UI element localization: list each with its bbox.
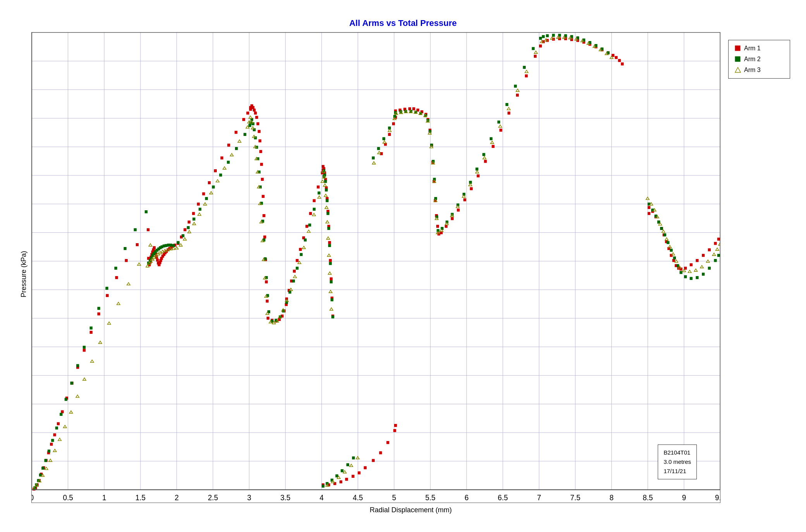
svg-rect-142 — [255, 116, 258, 119]
svg-text:9.5: 9.5 — [715, 493, 720, 502]
svg-text:3.5: 3.5 — [280, 493, 290, 502]
svg-text:9: 9 — [682, 493, 686, 502]
svg-rect-147 — [260, 163, 263, 166]
svg-marker-476 — [198, 213, 201, 216]
svg-rect-357 — [325, 189, 328, 192]
svg-marker-489 — [254, 145, 257, 148]
arm1-data — [33, 37, 720, 491]
svg-marker-454 — [117, 302, 120, 305]
chart-container: All Arms vs Total Pressure Pressure (kPa… — [16, 14, 790, 518]
svg-rect-141 — [254, 112, 257, 115]
svg-rect-234 — [516, 94, 519, 97]
svg-rect-400 — [482, 153, 485, 156]
svg-rect-155 — [267, 317, 269, 320]
svg-rect-309 — [167, 244, 170, 247]
svg-rect-312 — [177, 241, 179, 244]
plot-svg: 0 0.5 1 1.5 2 2.5 3 3.5 4 4.5 5 5.5 6 6.… — [32, 33, 720, 503]
svg-marker-452 — [99, 341, 102, 344]
svg-marker-519 — [326, 221, 329, 223]
svg-rect-405 — [523, 66, 526, 69]
legend-box: Arm 1 Arm 2 Arm 3 — [728, 40, 790, 79]
svg-text:0: 0 — [32, 493, 34, 502]
svg-rect-404 — [514, 85, 517, 88]
svg-rect-349 — [304, 239, 307, 242]
svg-rect-366 — [322, 485, 324, 488]
svg-rect-346 — [292, 280, 295, 283]
svg-rect-236 — [534, 55, 537, 58]
svg-rect-233 — [508, 112, 510, 115]
svg-marker-446 — [58, 438, 61, 441]
svg-rect-399 — [475, 168, 478, 171]
svg-rect-293 — [114, 267, 117, 270]
svg-rect-356 — [324, 180, 327, 183]
chart-title: All Arms vs Total Pressure — [16, 14, 790, 28]
svg-rect-287 — [70, 382, 73, 385]
svg-marker-523 — [329, 290, 332, 293]
svg-rect-410 — [552, 34, 555, 37]
svg-rect-286 — [65, 398, 67, 401]
svg-rect-401 — [490, 137, 492, 140]
svg-text:1.5: 1.5 — [135, 493, 146, 502]
svg-rect-317 — [205, 197, 208, 200]
svg-marker-520 — [326, 237, 329, 240]
svg-rect-199 — [393, 429, 396, 432]
svg-rect-225 — [451, 217, 453, 220]
svg-rect-185 — [330, 277, 333, 280]
svg-marker-596 — [719, 243, 720, 245]
arm3-legend-icon — [735, 67, 741, 73]
svg-rect-87 — [90, 331, 93, 334]
svg-rect-106 — [156, 259, 159, 262]
svg-rect-145 — [259, 139, 261, 142]
svg-marker-530 — [356, 456, 359, 459]
svg-marker-586 — [671, 252, 674, 255]
svg-marker-531 — [372, 161, 376, 164]
svg-rect-310 — [170, 244, 172, 247]
svg-text:4: 4 — [320, 493, 324, 502]
svg-rect-92 — [136, 243, 139, 246]
svg-marker-507 — [293, 275, 297, 278]
svg-rect-375 — [382, 137, 385, 140]
svg-marker-451 — [91, 360, 94, 362]
arm2-legend-icon — [735, 56, 741, 62]
svg-marker-456 — [137, 263, 141, 266]
svg-rect-270 — [696, 259, 698, 262]
svg-rect-132 — [235, 131, 237, 134]
svg-text:5.5: 5.5 — [425, 493, 436, 502]
svg-rect-158 — [278, 318, 281, 321]
svg-rect-204 — [392, 122, 395, 125]
svg-rect-210 — [412, 107, 415, 110]
svg-marker-532 — [377, 151, 381, 154]
svg-rect-294 — [123, 247, 126, 250]
svg-marker-450 — [83, 378, 86, 381]
svg-marker-522 — [328, 272, 331, 275]
svg-rect-431 — [684, 275, 687, 278]
svg-text:4.5: 4.5 — [353, 493, 363, 502]
svg-text:3: 3 — [247, 493, 251, 502]
arm3-data — [33, 36, 720, 490]
svg-rect-153 — [265, 280, 268, 283]
svg-rect-151 — [263, 235, 266, 239]
svg-marker-478 — [209, 192, 213, 194]
svg-rect-348 — [300, 253, 302, 256]
svg-rect-285 — [60, 413, 62, 416]
arm3-label: Arm 3 — [744, 67, 761, 74]
svg-rect-183 — [328, 241, 331, 244]
svg-rect-123 — [183, 228, 186, 231]
svg-marker-473 — [183, 238, 186, 240]
svg-marker-457 — [149, 244, 152, 246]
svg-rect-314 — [187, 226, 190, 229]
svg-rect-149 — [262, 195, 264, 198]
svg-rect-192 — [345, 478, 348, 481]
legend-item-arm3: Arm 3 — [735, 67, 784, 74]
svg-rect-320 — [227, 161, 230, 164]
chart-plot-and-legend: 0 0.5 1 1.5 2 2.5 3 3.5 4 4.5 5 5.5 6 6.… — [31, 32, 790, 503]
svg-rect-251 — [615, 56, 617, 59]
svg-marker-583 — [662, 230, 665, 233]
svg-rect-134 — [246, 112, 249, 115]
svg-rect-252 — [618, 59, 621, 62]
svg-marker-482 — [238, 140, 241, 142]
svg-rect-196 — [372, 459, 375, 462]
svg-rect-172 — [317, 185, 319, 189]
svg-rect-143 — [256, 122, 259, 125]
svg-marker-518 — [325, 206, 328, 209]
